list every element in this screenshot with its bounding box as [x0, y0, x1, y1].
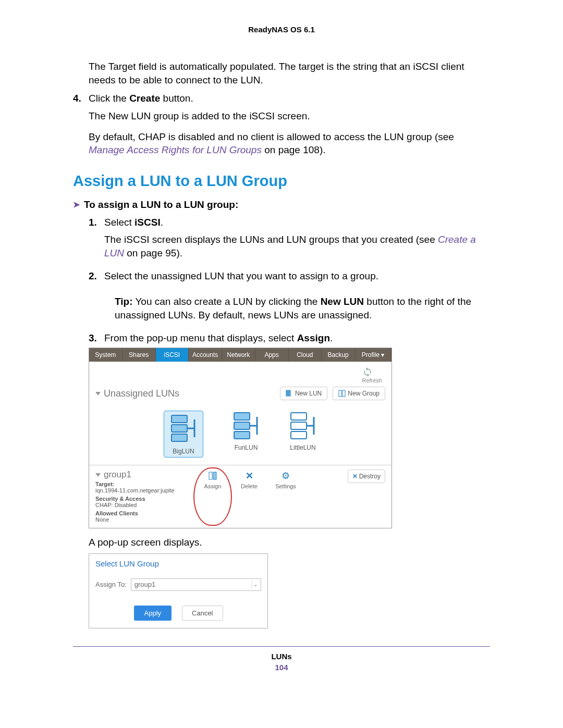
unassigned-header: Unassigned LUNs New LUN New Group: [89, 385, 391, 402]
target-value: iqn.1994-11.com.netgear:jupite: [95, 487, 184, 493]
text: By default, CHAP is disabled and no clie…: [89, 131, 454, 142]
assign-label: Assign: [200, 483, 226, 489]
svg-rect-16: [291, 422, 307, 429]
page-number: 104: [73, 663, 490, 672]
text: Select the unassigned LUN that you want …: [104, 270, 378, 281]
svg-rect-1: [286, 392, 290, 394]
assign-to-select[interactable]: group1 ⌄: [131, 578, 261, 591]
disk-icon: [289, 411, 317, 442]
step-2: 2. Select the unassigned LUN that you wa…: [89, 269, 490, 322]
disk-icon: [169, 414, 198, 446]
text: The iSCSI screen displays the LUNs and L…: [104, 234, 438, 245]
text: Select: [104, 217, 134, 228]
svg-rect-21: [213, 472, 216, 479]
caret-down-icon[interactable]: [95, 392, 101, 396]
svg-rect-17: [291, 431, 307, 439]
svg-rect-12: [234, 431, 250, 439]
svg-rect-0: [286, 390, 290, 392]
svg-rect-7: [172, 434, 187, 441]
clients-label: Allowed Clients: [95, 510, 138, 516]
new-lun-label: New LUN: [295, 390, 322, 397]
menu-iscsi[interactable]: iSCSI: [156, 348, 189, 362]
unassigned-label: Unassigned LUNs: [104, 388, 179, 399]
delete-button[interactable]: ✕ Delete: [236, 470, 262, 523]
svg-rect-15: [291, 413, 307, 420]
lun-label: LittleLUN: [289, 444, 317, 451]
menu-profile[interactable]: Profile ▾: [355, 348, 391, 362]
arrow-icon: ➤: [73, 200, 80, 209]
lun-littlelun[interactable]: LittleLUN: [289, 411, 317, 458]
group-label: group1: [104, 470, 131, 480]
target-label: Target:: [95, 481, 114, 487]
lun-funlun[interactable]: FunLUN: [232, 411, 260, 458]
new-group-button[interactable]: New Group: [333, 387, 385, 400]
cancel-button[interactable]: Cancel: [182, 606, 223, 621]
clients-value: None: [95, 516, 184, 523]
gear-icon: ⚙: [273, 470, 299, 482]
step-1: 1. Select iSCSI. The iSCSI screen displa…: [89, 216, 490, 264]
destroy-icon: ✕: [352, 473, 358, 480]
apply-button[interactable]: Apply: [134, 606, 172, 621]
text-bold: iSCSI: [134, 217, 161, 228]
lun-list: BigLUN FunLUN: [89, 402, 391, 465]
security-value: CHAP: Disabled: [95, 502, 184, 508]
intro-paragraph: The Target field is automatically popula…: [89, 60, 490, 87]
new-lun-button[interactable]: New LUN: [280, 387, 327, 400]
lun-label: BigLUN: [169, 448, 198, 455]
text: From the pop-up menu that displays, sele…: [104, 332, 297, 343]
chevron-down-icon: ⌄: [251, 581, 259, 588]
svg-rect-20: [209, 472, 212, 479]
destroy-button[interactable]: ✕ Destroy: [348, 470, 385, 483]
footer-divider: [73, 646, 490, 647]
main-menu: System Shares iSCSI Accounts Network App…: [89, 348, 391, 362]
lun-biglun[interactable]: BigLUN: [164, 411, 203, 458]
manage-access-link[interactable]: Manage Access Rights for LUN Groups: [89, 144, 262, 155]
menu-apps[interactable]: Apps: [255, 348, 289, 362]
assign-button[interactable]: Assign: [200, 470, 226, 489]
security-label: Security & Access: [95, 496, 145, 502]
step-4: 4. Click the Create button. The New LUN …: [73, 92, 490, 127]
menu-system[interactable]: System: [89, 348, 123, 362]
select-value: group1: [134, 581, 155, 588]
text: button.: [160, 93, 193, 104]
svg-rect-4: [342, 390, 345, 397]
text: .: [161, 217, 163, 228]
svg-rect-10: [234, 413, 250, 420]
assign-highlight: Assign: [193, 467, 232, 526]
text: on page 95).: [124, 248, 182, 258]
delete-label: Delete: [236, 483, 262, 489]
dialog-title: Select LUN Group: [89, 554, 267, 569]
destroy-label: Destroy: [359, 473, 381, 480]
step-1-result: The iSCSI screen displays the LUNs and L…: [104, 233, 490, 260]
caret-down-icon: [95, 473, 101, 477]
text-bold: Create: [129, 93, 160, 104]
menu-shares[interactable]: Shares: [123, 348, 156, 362]
text-bold: Assign: [297, 332, 330, 343]
doc-header: ReadyNAS OS 6.1: [73, 25, 490, 34]
svg-rect-2: [286, 394, 290, 396]
svg-rect-3: [339, 390, 341, 397]
section-heading: Assign a LUN to a LUN Group: [73, 172, 490, 190]
menu-network[interactable]: Network: [222, 348, 255, 362]
group-info: group1 Target: iqn.1994-11.com.netgear:j…: [95, 470, 184, 523]
step-4-result: The New LUN group is added to the iSCSI …: [89, 109, 490, 123]
procedure-heading: ➤ To assign a LUN to a LUN group:: [73, 199, 490, 211]
text: You can also create a LUN by clicking th…: [132, 296, 320, 307]
assign-to-label: Assign To:: [95, 581, 127, 588]
svg-rect-5: [172, 415, 187, 423]
menu-accounts[interactable]: Accounts: [189, 348, 222, 362]
text: .: [330, 332, 333, 343]
text-bold: New LUN: [321, 296, 364, 307]
refresh-button[interactable]: Refresh: [362, 367, 382, 384]
iscsi-screenshot: System Shares iSCSI Accounts Network App…: [89, 348, 392, 528]
settings-button[interactable]: ⚙ Settings: [273, 470, 299, 523]
select-lun-group-dialog: Select LUN Group Assign To: group1 ⌄ App…: [89, 553, 268, 628]
text: To assign a LUN to a LUN group:: [84, 199, 238, 211]
new-group-label: New Group: [348, 390, 380, 397]
disk-icon: [232, 411, 260, 442]
group-name[interactable]: group1: [95, 470, 184, 480]
menu-cloud[interactable]: Cloud: [289, 348, 322, 362]
refresh-label: Refresh: [362, 377, 382, 384]
menu-backup[interactable]: Backup: [322, 348, 355, 362]
lun-icon: [286, 390, 293, 397]
